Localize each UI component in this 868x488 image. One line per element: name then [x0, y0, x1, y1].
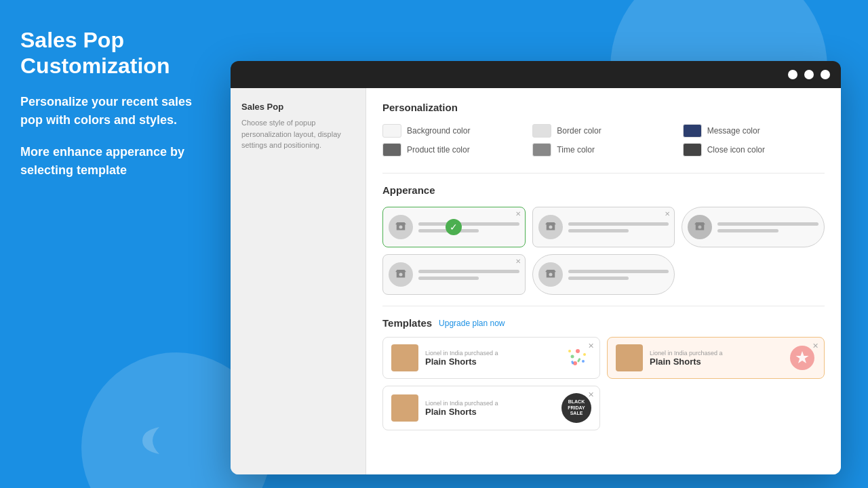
- color-label-background: Background color: [407, 126, 470, 136]
- color-swatch-time: [532, 143, 551, 157]
- template-lines-4: [418, 270, 519, 280]
- svg-rect-7: [571, 361, 574, 365]
- template-icon-3: [688, 215, 712, 239]
- svg-point-3: [582, 360, 585, 363]
- template-line-1a: [418, 222, 519, 226]
- popup-close-3: ✕: [588, 390, 594, 399]
- sidebar: Sales Pop Choose style of popup personal…: [231, 88, 366, 474]
- popup-purchased-3: Lionel in India purchased a: [425, 400, 555, 407]
- popup-purchased-2: Lionel in India purchased a: [650, 350, 782, 357]
- popup-product-name-1: Plain Shorts: [425, 357, 557, 367]
- template-icon-5: [538, 262, 563, 287]
- color-label-time: Time color: [557, 145, 595, 155]
- page-title: Sales Pop Customization: [20, 27, 210, 79]
- template-line-4a: [418, 270, 519, 273]
- browser-titlebar: [231, 61, 841, 88]
- popup-purchased-1: Lionel in India purchased a: [425, 350, 557, 357]
- divider-2: [382, 306, 825, 306]
- templates-title: Templates: [382, 317, 432, 329]
- browser-body: Sales Pop Choose style of popup personal…: [231, 88, 841, 474]
- popup-info-3: Lionel in India purchased a Plain Shorts: [425, 400, 555, 417]
- color-item-close[interactable]: Close icon color: [683, 143, 825, 157]
- popup-close-2: ✕: [812, 342, 818, 350]
- close-x-4: ✕: [515, 258, 521, 265]
- color-label-message: Message color: [707, 126, 760, 136]
- template-line-2b: [568, 229, 629, 232]
- popup-product-name-3: Plain Shorts: [425, 407, 555, 417]
- template-line-2a: [568, 222, 669, 226]
- divider-1: [382, 173, 825, 174]
- popup-product-name-2: Plain Shorts: [650, 357, 782, 367]
- close-x-2: ✕: [665, 210, 670, 218]
- template-line-3b: [717, 229, 778, 232]
- templates-header: Templates Upgrade plan now: [382, 317, 825, 329]
- color-item-background[interactable]: Background color: [382, 124, 524, 138]
- appearance-title: Apperance: [382, 184, 825, 196]
- template-line-5a: [568, 270, 669, 273]
- browser-btn-1: [788, 70, 797, 79]
- svg-rect-6: [577, 358, 581, 363]
- svg-point-0: [576, 349, 580, 353]
- appearance-template-5[interactable]: [532, 254, 675, 295]
- upgrade-link[interactable]: Upgrade plan now: [439, 319, 505, 328]
- color-swatch-border: [532, 124, 551, 138]
- browser-window: Sales Pop Choose style of popup personal…: [231, 61, 841, 474]
- template-icon-1: [389, 215, 413, 239]
- color-swatch-product-title: [382, 143, 401, 157]
- color-item-message[interactable]: Message color: [683, 124, 825, 138]
- template-lines-5: [568, 270, 669, 280]
- template-icon-2: [538, 215, 563, 239]
- personalization-title: Personalization: [382, 102, 825, 113]
- left-panel: Sales Pop Customization Personalize your…: [0, 0, 231, 488]
- template-lines-3: [717, 222, 818, 232]
- popup-badge-blackfriday-3: BLACKFRIDAYSALE: [561, 393, 591, 423]
- template-lines-1: [418, 222, 519, 232]
- popup-close-1: ✕: [588, 342, 594, 350]
- color-item-time[interactable]: Time color: [532, 143, 674, 157]
- sidebar-sublabel: Choose style of popup personalization la…: [241, 117, 355, 151]
- check-badge-1: ✓: [446, 219, 462, 235]
- popup-product-img-2: [616, 344, 643, 371]
- personalization-grid: Background color Border color Message co…: [382, 124, 825, 157]
- color-item-border[interactable]: Border color: [532, 124, 674, 138]
- popup-badge-confetti-1: [564, 344, 591, 371]
- svg-point-5: [568, 350, 571, 352]
- popup-preview-2[interactable]: ✕ Lionel in India purchased a Plain Shor…: [607, 337, 825, 379]
- popup-product-img-3: [391, 394, 418, 422]
- popup-badge-star-2: [789, 344, 816, 371]
- popup-info-1: Lionel in India purchased a Plain Shorts: [425, 350, 557, 367]
- page-description-1: Personalize your recent sales pop with c…: [20, 93, 210, 129]
- popup-preview-3[interactable]: ✕ Lionel in India purchased a Plain Shor…: [382, 386, 600, 430]
- template-line-5b: [568, 277, 629, 280]
- color-label-border: Border color: [557, 126, 601, 136]
- template-line-4b: [418, 277, 479, 280]
- close-x-1: ✕: [515, 210, 521, 218]
- svg-point-1: [583, 353, 586, 356]
- color-swatch-background: [382, 124, 401, 138]
- template-lines-2: [568, 222, 669, 232]
- browser-btn-2: [804, 70, 814, 79]
- color-item-product-title[interactable]: Product title color: [382, 143, 524, 157]
- template-icon-4: [389, 262, 413, 287]
- popup-info-2: Lionel in India purchased a Plain Shorts: [650, 350, 782, 367]
- page-description-2: More enhance apperance by selecting temp…: [20, 143, 210, 180]
- template-line-3a: [717, 222, 818, 226]
- templates-grid: ✕ Lionel in India purchased a Plain Shor…: [382, 337, 825, 430]
- appearance-template-4[interactable]: ✕: [382, 254, 526, 295]
- main-content: Personalization Background color Border …: [366, 88, 841, 474]
- browser-btn-3: [821, 70, 830, 79]
- color-swatch-close: [683, 143, 702, 157]
- appearance-template-1[interactable]: ✕ ✓: [382, 207, 526, 247]
- color-swatch-message: [683, 124, 702, 138]
- svg-point-2: [571, 355, 574, 359]
- color-label-close: Close icon color: [707, 145, 765, 155]
- appearance-template-3[interactable]: [682, 207, 825, 247]
- color-label-product-title: Product title color: [407, 145, 470, 155]
- appearance-template-2[interactable]: ✕: [532, 207, 675, 247]
- popup-preview-1[interactable]: ✕ Lionel in India purchased a Plain Shor…: [382, 337, 600, 379]
- appearance-grid: ✕ ✓ ✕: [382, 207, 825, 295]
- sidebar-label: Sales Pop: [241, 102, 355, 112]
- popup-product-img-1: [391, 344, 418, 371]
